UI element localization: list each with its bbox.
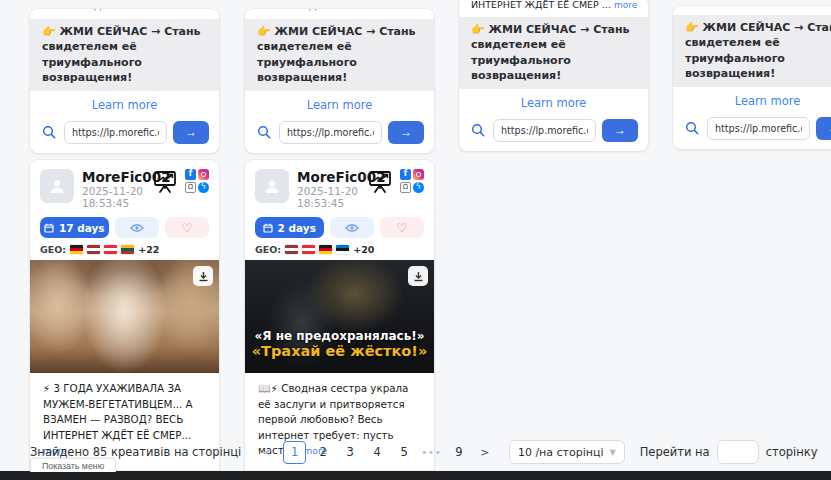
instagram-icon[interactable] (413, 169, 424, 180)
url-row: → (245, 116, 434, 153)
more-link[interactable]: more (614, 0, 637, 10)
flag-de-icon (70, 245, 83, 254)
geo-flags (70, 245, 134, 254)
learn-more-link[interactable]: Learn more (673, 87, 831, 112)
landing-url-input[interactable] (493, 119, 596, 142)
presentation-chart-icon[interactable] (367, 169, 393, 194)
page-5[interactable]: 5 (394, 441, 414, 464)
search-icon[interactable] (469, 123, 487, 137)
url-row: → (459, 114, 648, 151)
grid-column-3: ИНТЕРНЕТ ЖДЁТ ЕЁ СМЕР ... more 👉 ЖМИ СЕЙ… (459, 0, 648, 151)
page-9[interactable]: 9 (449, 441, 469, 464)
days-active-button[interactable]: 2 days (255, 217, 324, 238)
open-url-button[interactable]: → (816, 117, 831, 140)
creative-card-partial: 👉 ЖМИ СЕЙЧАС → Стань свидетелем её триум… (673, 6, 831, 149)
overlay-line-2: «Трахай её жёстко!» (245, 343, 434, 359)
clipped-description-text: ИНТЕРНЕТ ЖДЁТ ЕЁ СМЕР ... more (30, 9, 219, 11)
instagram-icon[interactable] (198, 169, 209, 180)
card-header: MoreFic002 2025-11-20 18:53:45 f Ω ϟ (30, 160, 219, 216)
eye-icon (345, 223, 359, 233)
open-url-button[interactable]: → (602, 119, 638, 142)
per-page-select[interactable]: 10 /на сторінці ▼ (509, 440, 625, 464)
audience-network-icon[interactable]: Ω (185, 182, 196, 193)
pages-ellipsis[interactable]: ••• (421, 447, 442, 458)
header-icons: f Ω ϟ (152, 169, 209, 194)
days-active-button[interactable]: 17 days (40, 217, 109, 238)
next-page-arrow[interactable]: > (476, 446, 494, 459)
favorite-button[interactable]: ♡ (165, 217, 209, 238)
flag-lt-icon (121, 245, 134, 254)
days-label: 2 days (278, 222, 316, 234)
messenger-icon[interactable]: ϟ (413, 182, 424, 193)
geo-row: GEO: +20 (245, 238, 434, 260)
search-icon[interactable] (683, 121, 701, 135)
download-icon (198, 271, 209, 282)
geo-row: GEO: +22 (30, 238, 219, 260)
creative-image[interactable]: «Я не предохранялась!» «Трахай её жёстко… (245, 260, 434, 373)
geo-more-count[interactable]: +20 (353, 244, 374, 255)
open-url-button[interactable]: → (388, 121, 424, 144)
clipped-description-text: ИНТЕРНЕТ ЖДЁТ ЕЁ СМЕР ... more (245, 9, 434, 11)
creative-image[interactable] (30, 260, 219, 373)
search-icon[interactable] (40, 125, 58, 139)
heart-icon: ♡ (181, 221, 192, 235)
header-icons: f Ω ϟ (367, 169, 424, 194)
goto-label-suffix: сторінку (766, 445, 818, 459)
geo-more-count[interactable]: +22 (138, 244, 159, 255)
pagination-bar: Знайдено 85 креативів на сторінці < 1 2 … (30, 439, 817, 465)
creative-card: MoreFic002 2025-11-20 18:53:45 f Ω ϟ (30, 160, 219, 480)
grid-column-2: ИНТЕРНЕТ ЖДЁТ ЕЁ СМЕР ... more 👉 ЖМИ СЕЙ… (245, 9, 434, 480)
clipped-description: ИНТЕРНЕТ ЖДЁТ ЕЁ СМЕР ... more (245, 9, 434, 13)
cta-text: 👉 ЖМИ СЕЙЧАС → Стань свидетелем её триум… (673, 15, 831, 87)
search-icon[interactable] (255, 125, 273, 139)
landing-url-input[interactable] (279, 121, 382, 144)
page-2[interactable]: 2 (313, 441, 333, 464)
geo-label: GEO: (40, 244, 66, 255)
download-icon (413, 271, 424, 282)
prev-page-arrow[interactable]: < (258, 446, 276, 459)
page-3[interactable]: 3 (340, 441, 360, 464)
learn-more-link[interactable]: Learn more (459, 89, 648, 114)
views-button[interactable] (330, 217, 374, 238)
page-1[interactable]: 1 (283, 441, 306, 464)
arrow-right-icon: → (400, 125, 412, 139)
creative-date: 2025-11-20 18:53:45 (82, 185, 152, 209)
chevron-down-icon: ▼ (610, 448, 616, 457)
card-header: MoreFic002 2025-11-20 18:53:45 f Ω ϟ (245, 160, 434, 216)
open-url-button[interactable]: → (173, 121, 209, 144)
show-menu-button[interactable]: Показать меню (30, 458, 116, 472)
goto-page-group: Перейти на сторінку (640, 440, 818, 464)
overlay-line-1: «Я не предохранялась!» (245, 329, 434, 343)
page-4[interactable]: 4 (367, 441, 387, 464)
views-button[interactable] (115, 217, 159, 238)
results-count-text: Знайдено 85 креативів на сторінці (30, 445, 241, 459)
account-name: MoreFic002 (297, 169, 367, 186)
messenger-icon[interactable]: ϟ (198, 182, 209, 193)
arrow-right-icon: → (614, 123, 626, 137)
presentation-chart-icon[interactable] (152, 169, 178, 194)
goto-page-input[interactable] (717, 440, 759, 464)
account-identity: MoreFic002 2025-11-20 18:53:45 (82, 169, 152, 210)
favorite-button[interactable]: ♡ (380, 217, 424, 238)
facebook-icon[interactable]: f (185, 169, 196, 180)
cta-text: 👉 ЖМИ СЕЙЧАС → Стань свидетелем её триум… (459, 17, 648, 89)
learn-more-link[interactable]: Learn more (30, 91, 219, 116)
cta-text: 👉 ЖМИ СЕЙЧАС → Стань свидетелем её триум… (30, 19, 219, 91)
eye-icon (130, 223, 144, 233)
truncated-description: ИНТЕРНЕТ ЖДЁТ ЕЁ СМЕР ... more (459, 0, 648, 11)
landing-url-input[interactable] (64, 121, 167, 144)
geo-flags (285, 245, 349, 254)
creative-card-partial: ИНТЕРНЕТ ЖДЁТ ЕЁ СМЕР ... more 👉 ЖМИ СЕЙ… (459, 0, 648, 151)
download-image-button[interactable] (193, 266, 213, 286)
audience-network-icon[interactable]: Ω (400, 182, 411, 193)
goto-label-prefix: Перейти на (640, 445, 710, 459)
cta-text: 👉 ЖМИ СЕЙЧАС → Стань свидетелем её триум… (245, 19, 434, 91)
bottom-bar (0, 471, 831, 480)
grid-column-4: 👉 ЖМИ СЕЙЧАС → Стань свидетелем её триум… (673, 6, 831, 149)
flag-ee-icon (336, 245, 349, 254)
download-image-button[interactable] (408, 266, 428, 286)
landing-url-input[interactable] (707, 117, 810, 140)
learn-more-link[interactable]: Learn more (245, 91, 434, 116)
calendar-icon (263, 223, 273, 233)
facebook-icon[interactable]: f (400, 169, 411, 180)
